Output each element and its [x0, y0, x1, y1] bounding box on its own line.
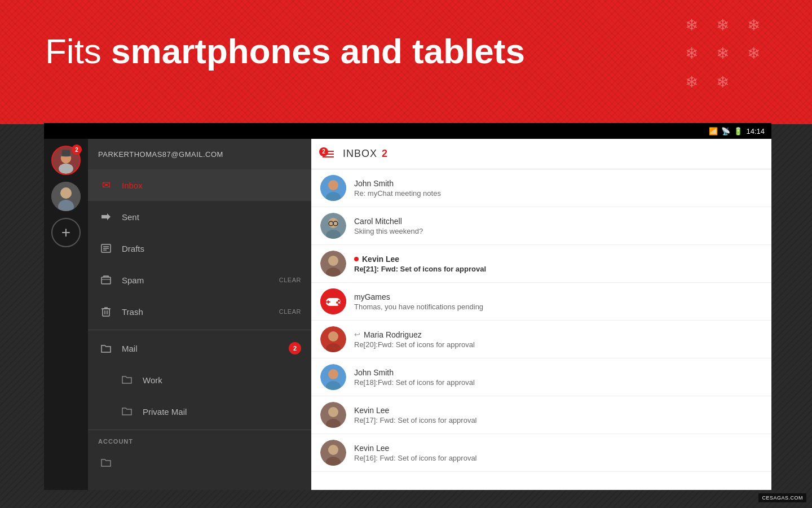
svg-rect-3 [62, 150, 70, 156]
sidebar-item-work[interactable]: Work [88, 364, 311, 396]
sender-name: myGames [354, 292, 390, 301]
svg-point-39 [340, 301, 342, 304]
avatar [320, 364, 346, 390]
svg-point-40 [336, 301, 338, 304]
email-item[interactable]: Kevin Lee Re[17]: Fwd: Set of icons for … [311, 396, 771, 434]
hero-title-light: Fits [45, 32, 111, 71]
avatar [320, 288, 346, 314]
inbox-icon: ✉ [98, 179, 114, 191]
email-subject: Skiing this weekend? [354, 227, 762, 235]
sender-name: John Smith [354, 368, 394, 377]
svg-point-4 [59, 164, 73, 174]
email-list-header: 2 INBOX 2 [311, 139, 771, 169]
email-content: Kevin Lee Re[17]: Fwd: Set of icons for … [354, 406, 762, 424]
hero-title-bold: smartphones and tablets [111, 32, 525, 71]
sender-name: Kevin Lee [354, 444, 389, 453]
sender-name: Kevin Lee [354, 406, 389, 415]
snowflake-decoration [609, 11, 767, 113]
svg-point-46 [328, 369, 338, 379]
sidebar: PARKERTHOMAS87@GMAIL.COM ✉ Inbox Sent [88, 139, 311, 490]
sidebar-divider [88, 330, 311, 330]
drafts-icon [98, 243, 114, 253]
avatar [320, 175, 346, 201]
sidebar-item-mail-label: Mail [122, 344, 289, 353]
add-account-button[interactable]: + [51, 218, 81, 247]
email-item[interactable]: myGames Thomas, you have notifications p… [311, 283, 771, 321]
signal-icon: 📡 [721, 127, 730, 135]
email-item[interactable]: Kevin Lee Re[21]: Fwd: Set of icons for … [311, 245, 771, 283]
email-subject: Thomas, you have notifications pending [354, 303, 762, 311]
email-item[interactable]: John Smith Re: myChat meeting notes [311, 169, 771, 207]
email-sender: Kevin Lee [354, 444, 762, 453]
sender-name: Carol Mitchell [354, 217, 402, 226]
svg-point-6 [60, 187, 72, 199]
sidebar-items: ✉ Inbox Sent [88, 169, 311, 490]
sidebar-item-trash[interactable]: Trash CLEAR [88, 296, 311, 327]
email-item[interactable]: John Smith Re[18]:Fwd: Set of icons for … [311, 358, 771, 396]
trash-clear-button[interactable]: CLEAR [279, 308, 301, 315]
sidebar-item-trash-label: Trash [122, 307, 279, 317]
svg-point-52 [328, 445, 338, 455]
sidebar-item-private-mail-label: Private Mail [143, 407, 301, 417]
sidebar-item-drafts[interactable]: Drafts [88, 233, 311, 264]
sidebar-item-drafts-label: Drafts [122, 244, 301, 253]
hamburger-menu-button[interactable]: 2 [323, 151, 334, 157]
account-strip: 2 + [44, 139, 88, 490]
phone-frame: 📶 📡 🔋 14:14 [44, 123, 771, 490]
sidebar-item-spam[interactable]: Spam CLEAR [88, 264, 311, 296]
account1-avatar[interactable]: 2 [51, 146, 81, 175]
status-time: 14:14 [746, 127, 765, 135]
svg-point-32 [328, 256, 338, 266]
sidebar-divider-2 [88, 430, 311, 430]
email-item[interactable]: Kevin Lee Re[16]: Fwd: Set of icons for … [311, 434, 771, 472]
wifi-icon: 📶 [709, 127, 718, 135]
svg-point-22 [328, 180, 338, 190]
reply-arrow-icon: ↩ [354, 330, 360, 339]
email-items: John Smith Re: myChat meeting notes [311, 169, 771, 490]
inbox-header-badge: 2 [319, 147, 328, 156]
account2-avatar[interactable] [51, 182, 81, 211]
account-section-header: ACCOUNT [88, 432, 311, 447]
svg-point-38 [338, 300, 340, 302]
mail-folder-icon [98, 343, 114, 353]
email-sender: John Smith [354, 179, 762, 188]
sidebar-item-mail[interactable]: Mail 2 [88, 332, 311, 364]
email-content: John Smith Re[18]:Fwd: Set of icons for … [354, 368, 762, 387]
app-area: 2 + PARKERTHOMAS87@GMAIL.COM [44, 139, 771, 490]
email-content: Carol Mitchell Skiing this weekend? [354, 217, 762, 235]
email-sender: ↩ Maria Rodriguez [354, 330, 762, 339]
sidebar-email: PARKERTHOMAS87@GMAIL.COM [88, 139, 311, 169]
email-subject: Re: myChat meeting notes [354, 189, 762, 198]
spam-icon [98, 275, 114, 285]
email-content: Kevin Lee Re[16]: Fwd: Set of icons for … [354, 444, 762, 462]
account1-badge: 2 [72, 144, 82, 155]
email-subject: Re[20]:Fwd: Set of icons for approval [354, 340, 762, 349]
sidebar-item-private-mail[interactable]: Private Mail [88, 396, 311, 427]
email-subject: Re[18]:Fwd: Set of icons for approval [354, 378, 762, 387]
email-item[interactable]: ↩ Maria Rodriguez Re[20]:Fwd: Set of ico… [311, 321, 771, 358]
email-sender: Kevin Lee [354, 406, 762, 415]
email-item[interactable]: Carol Mitchell Skiing this weekend? [311, 207, 771, 245]
email-content: John Smith Re: myChat meeting notes [354, 179, 762, 198]
email-subject: Re[17]: Fwd: Set of icons for approval [354, 416, 762, 424]
sidebar-item-sent[interactable]: Sent [88, 201, 311, 233]
sidebar-item-work-label: Work [143, 375, 301, 385]
email-subject: Re[21]: Fwd: Set of icons for approval [354, 265, 762, 273]
inbox-title: INBOX [343, 148, 377, 160]
sidebar-item-account-extra[interactable] [88, 447, 311, 479]
email-content: ↩ Maria Rodriguez Re[20]:Fwd: Set of ico… [354, 330, 762, 349]
inbox-count: 2 [382, 148, 387, 160]
svg-point-49 [328, 407, 338, 417]
trash-icon [98, 306, 114, 317]
avatar [320, 402, 346, 428]
work-folder-icon [119, 375, 135, 384]
email-sender: Kevin Lee [354, 255, 762, 264]
status-bar: 📶 📡 🔋 14:14 [44, 123, 771, 139]
sidebar-item-inbox[interactable]: ✉ Inbox [88, 169, 311, 201]
email-list: 2 INBOX 2 [311, 139, 771, 490]
watermark: CESAGAS.COM [758, 493, 806, 502]
avatar [320, 213, 346, 239]
sidebar-item-sent-label: Sent [122, 212, 301, 222]
svg-rect-12 [102, 277, 111, 284]
spam-clear-button[interactable]: CLEAR [279, 277, 301, 283]
